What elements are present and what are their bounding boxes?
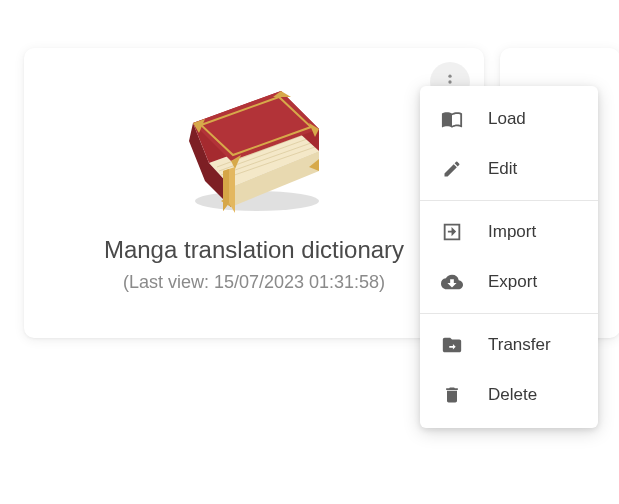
- pencil-icon: [440, 157, 464, 181]
- dictionary-card[interactable]: Manga translation dictionary (Last view:…: [24, 48, 484, 338]
- menu-item-label: Export: [488, 272, 537, 292]
- menu-item-import[interactable]: Import: [420, 207, 598, 257]
- card-title: Manga translation dictionary: [104, 236, 404, 264]
- cloud-download-icon: [440, 270, 464, 294]
- book-icon: [164, 58, 344, 228]
- menu-divider: [420, 313, 598, 314]
- menu-item-label: Load: [488, 109, 526, 129]
- menu-item-load[interactable]: Load: [420, 94, 598, 144]
- menu-item-export[interactable]: Export: [420, 257, 598, 307]
- import-icon: [440, 220, 464, 244]
- menu-item-transfer[interactable]: Transfer: [420, 320, 598, 370]
- folder-arrow-icon: [440, 333, 464, 357]
- menu-item-label: Import: [488, 222, 536, 242]
- menu-item-label: Transfer: [488, 335, 551, 355]
- book-open-icon: [440, 107, 464, 131]
- trash-icon: [440, 383, 464, 407]
- svg-point-0: [448, 75, 451, 78]
- menu-item-label: Edit: [488, 159, 517, 179]
- card-subtitle: (Last view: 15/07/2023 01:31:58): [123, 272, 385, 293]
- menu-item-edit[interactable]: Edit: [420, 144, 598, 194]
- menu-divider: [420, 200, 598, 201]
- svg-point-1: [448, 80, 451, 83]
- menu-item-delete[interactable]: Delete: [420, 370, 598, 420]
- menu-item-label: Delete: [488, 385, 537, 405]
- card-context-menu: Load Edit Import Export: [420, 86, 598, 428]
